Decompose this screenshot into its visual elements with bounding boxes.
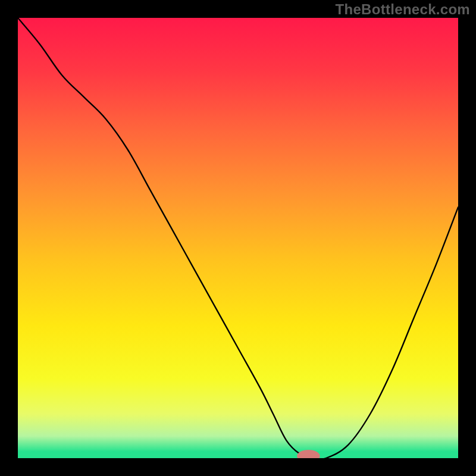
gradient-background (18, 18, 458, 458)
watermark-text: TheBottleneck.com (336, 1, 470, 18)
chart-frame: TheBottleneck.com (0, 0, 476, 476)
chart-svg (18, 18, 458, 458)
plot-area (18, 18, 458, 458)
